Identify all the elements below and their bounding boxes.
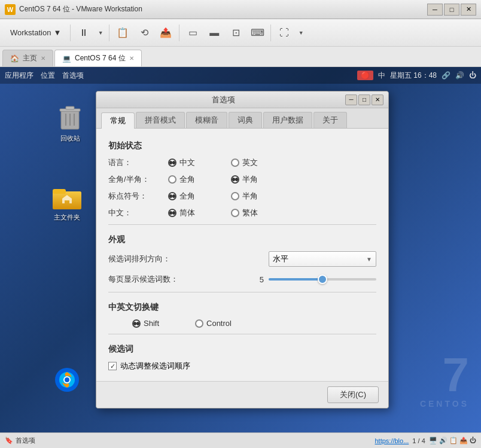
main-toolbar: Workstation ▼ ⏸ ▼ 📋 ⟲ 📤 ▭ ▬ ⊡ ⌨ ⛶ ▼	[0, 19, 481, 47]
centos-desktop[interactable]: 应用程序 位置 首选项 🔴 中 星期五 16：48 🔗 🔊 ⏻	[0, 67, 481, 432]
dropdown-arrow-icon: ▼	[366, 256, 372, 263]
share-button[interactable]: 📤	[156, 23, 175, 42]
shift-radio[interactable]: Shift	[132, 319, 159, 328]
power-icon[interactable]: ⏻	[469, 71, 476, 80]
chinese-radio[interactable]: 中文	[168, 157, 195, 168]
svg-rect-2	[66, 106, 74, 109]
simplified-radio[interactable]: 简体	[168, 208, 195, 218]
vm-area: 应用程序 位置 首选项 🔴 中 星期五 16：48 🔗 🔊 ⏻	[0, 67, 481, 432]
home-tab-close[interactable]: ✕	[41, 55, 45, 62]
traditional-circle	[231, 209, 239, 217]
control-label: Control	[206, 319, 232, 328]
desktop-topbar-left: 应用程序 位置 首选项	[5, 71, 84, 81]
tab-centos[interactable]: 💻 CentOS 7 64 位 ✕	[54, 50, 142, 66]
fullhalf-row: 全角/半角： 全角 半角	[108, 174, 376, 185]
centos-tab-close[interactable]: ✕	[129, 55, 134, 62]
dialog-tab-general[interactable]: 常规	[101, 112, 135, 129]
control-radio[interactable]: Control	[195, 319, 232, 328]
punct-full-label: 全角	[179, 191, 195, 202]
dialog-body: 初始状态 语言： 中文 英文	[96, 129, 388, 381]
dialog-close-button[interactable]: ✕	[372, 95, 383, 105]
minimize-button[interactable]: ─	[427, 4, 443, 16]
vm-button-2[interactable]: ▬	[205, 23, 224, 42]
traditional-radio[interactable]: 繁体	[231, 208, 258, 218]
status-link[interactable]: https://blo...	[375, 437, 409, 444]
dialog-tab-userdata[interactable]: 用户数据	[263, 112, 312, 128]
candidate-direction-dropdown[interactable]: 水平 ▼	[269, 251, 376, 267]
simplified-circle	[168, 209, 176, 217]
vm-button-4[interactable]: ⌨	[248, 23, 267, 42]
home-tab-icon: 🏠	[10, 54, 19, 63]
switch-row: Shift Control	[108, 319, 376, 328]
full-angle-circle	[168, 175, 176, 184]
dialog-minimize-button[interactable]: ─	[345, 95, 357, 105]
chinese-script-label: 中文：	[108, 208, 168, 218]
centos-watermark: 7 CENTOS	[420, 351, 469, 409]
revert-button[interactable]: ⟲	[135, 23, 154, 42]
volume-icon: 🔊	[455, 71, 464, 80]
english-radio-label: 英文	[242, 157, 258, 168]
punct-full-radio[interactable]: 全角	[168, 191, 195, 202]
dialog-tab-fuzzy[interactable]: 模糊音	[186, 112, 227, 128]
appearance-title: 外观	[108, 234, 376, 245]
slider-thumb[interactable]	[318, 275, 327, 284]
half-angle-circle	[231, 175, 239, 184]
locale-indicator: 中	[378, 71, 385, 81]
folder-icon[interactable]: 主文件夹	[53, 187, 81, 222]
fullhalf-options: 全角 半角	[168, 174, 376, 185]
status-page-info: 1 / 4	[412, 437, 425, 444]
pause-dropdown[interactable]: ▼	[96, 23, 105, 42]
close-button[interactable]: ✕	[461, 4, 476, 16]
punct-half-circle	[231, 192, 239, 200]
dialog-maximize-button[interactable]: □	[358, 95, 370, 105]
preferences-dialog: 首选项 ─ □ ✕ 常规 拼音模式 模糊音 词典 用户数据 关于 初始状态	[96, 91, 389, 409]
candidate-direction-label: 候选词排列方向：	[108, 254, 269, 264]
dialog-tab-about[interactable]: 关于	[313, 112, 347, 128]
punct-half-radio[interactable]: 半角	[231, 191, 258, 202]
initial-state-title: 初始状态	[108, 141, 376, 151]
fullscreen-button[interactable]: ⛶	[275, 23, 294, 42]
candidates-slider[interactable]	[269, 278, 376, 281]
maximize-button[interactable]: □	[444, 4, 459, 16]
dialog-title: 首选项	[101, 95, 345, 105]
workstation-menu-button[interactable]: Workstation ▼	[5, 23, 66, 42]
tabs-bar: 🏠 主页 ✕ 💻 CentOS 7 64 位 ✕	[0, 47, 481, 67]
dynamic-adjust-row: 动态调整候选词顺序	[108, 361, 376, 371]
preferences-menu[interactable]: 首选项	[62, 71, 84, 81]
fullscreen-dropdown[interactable]: ▼	[296, 23, 306, 42]
english-radio-circle	[231, 159, 239, 167]
punct-full-circle	[168, 192, 176, 200]
dialog-tab-dict[interactable]: 词典	[229, 112, 262, 128]
window-title: CentOS 7 64 位 - VMware Workstation	[19, 4, 427, 14]
toolbar-separator-1	[70, 25, 71, 41]
apps-menu[interactable]: 应用程序	[5, 71, 34, 81]
candidate-direction-row: 候选词排列方向： 水平 ▼	[108, 251, 376, 267]
location-menu[interactable]: 位置	[41, 71, 55, 81]
chinese-row: 中文： 简体 繁体	[108, 208, 376, 218]
simplified-label: 简体	[179, 208, 195, 218]
vm-button-1[interactable]: ▭	[183, 23, 202, 42]
dynamic-adjust-label: 动态调整候选词顺序	[120, 361, 190, 371]
tab-home[interactable]: 🏠 主页 ✕	[2, 50, 53, 66]
firefox-icon[interactable]	[53, 365, 81, 397]
slider-fill	[269, 278, 322, 281]
dialog-tab-pinyin[interactable]: 拼音模式	[136, 112, 185, 128]
half-angle-radio[interactable]: 半角	[231, 174, 258, 185]
dialog-controls: ─ □ ✕	[345, 95, 383, 105]
candidates-title: 候选词	[108, 344, 376, 355]
dropdown-value: 水平	[273, 254, 366, 264]
vm-button-3[interactable]: ⊡	[226, 23, 245, 42]
full-angle-radio[interactable]: 全角	[168, 174, 195, 185]
dynamic-adjust-checkbox[interactable]	[108, 362, 117, 370]
snapshot-button[interactable]: 📋	[113, 23, 132, 42]
language-label: 语言：	[108, 157, 168, 168]
candidates-per-page-label: 每页显示候选词数：	[108, 274, 252, 285]
language-options: 中文 英文	[168, 157, 376, 168]
punctuation-row: 标点符号： 全角 半角	[108, 191, 376, 202]
english-radio[interactable]: 英文	[231, 157, 258, 168]
punctuation-label: 标点符号：	[108, 191, 168, 202]
trash-icon[interactable]: 回收站	[57, 103, 83, 143]
control-circle	[195, 319, 203, 328]
close-dialog-button[interactable]: 关闭(C)	[327, 386, 379, 403]
pause-button[interactable]: ⏸	[74, 23, 93, 42]
